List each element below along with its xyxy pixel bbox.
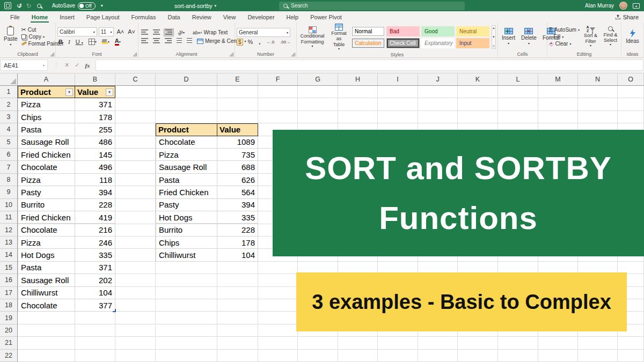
delete-cells-button[interactable]: Delete▾ (519, 27, 539, 46)
cell-style-normal[interactable]: Normal (352, 26, 385, 36)
value-cell[interactable]: 371 (75, 98, 115, 110)
row-header-7[interactable]: 7 (0, 161, 17, 173)
column-header-f[interactable]: F (258, 73, 298, 85)
value-cell[interactable]: 335 (217, 211, 258, 224)
increase-font-button[interactable]: A˄ (115, 28, 125, 35)
underline-button[interactable]: U ▾ (75, 39, 84, 45)
row-header-5[interactable]: 5 (0, 136, 17, 149)
row-header-18[interactable]: 18 (0, 299, 17, 312)
paste-button[interactable]: Paste ▾ (2, 26, 20, 47)
product-cell[interactable]: Pizza (18, 237, 75, 249)
value-cell[interactable]: 228 (75, 199, 115, 211)
product-cell[interactable]: Fried Chicken (156, 186, 217, 198)
enter-formula-icon[interactable]: ✓ (75, 62, 79, 69)
product-cell[interactable]: Pasty (18, 186, 75, 198)
column-header-k[interactable]: K (458, 73, 498, 85)
column-header-b[interactable]: B (75, 73, 115, 85)
customize-qat-icon[interactable]: ▾ (101, 4, 103, 8)
row-header-15[interactable]: 15 (0, 262, 17, 274)
product-cell[interactable]: Pasta (156, 174, 217, 186)
value-cell[interactable]: 104 (75, 287, 115, 299)
number-format-combo[interactable]: General▾ (237, 28, 290, 37)
product-cell[interactable]: Chocolate (18, 224, 75, 236)
fill-color-button[interactable]: ▾ (101, 39, 111, 45)
cell-style-neutral[interactable]: Neutral (456, 26, 489, 36)
comma-style-button[interactable]: , (258, 39, 261, 45)
row-header-22[interactable]: 22 (0, 350, 17, 362)
product-cell[interactable]: Chips (156, 237, 217, 249)
align-top-button[interactable] (140, 29, 149, 36)
row-header-17[interactable]: 17 (0, 287, 17, 299)
product-cell[interactable]: Fried Chicken (18, 211, 75, 224)
product-cell[interactable]: Chilliwurst (156, 249, 217, 261)
autosave-toggle[interactable]: AutoSave Off (52, 2, 96, 10)
value-cell[interactable]: 486 (75, 136, 115, 149)
autosum-button[interactable]: ΣAutoSum▾ (549, 27, 580, 33)
row-header-12[interactable]: 12 (0, 224, 17, 236)
font-color-button[interactable]: A▾ (114, 38, 122, 46)
column-header-n[interactable]: N (578, 73, 618, 85)
gallery-more-icon[interactable]: ≡ (493, 45, 495, 48)
value-cell[interactable]: 104 (217, 249, 258, 261)
ribbon-display-options-icon[interactable]: ▴ (633, 3, 640, 9)
column-header-l[interactable]: L (498, 73, 538, 85)
font-size-combo[interactable]: 11▾ (99, 27, 114, 36)
tab-review[interactable]: Review (186, 11, 217, 23)
product-cell[interactable]: Chocolate (18, 299, 75, 312)
product-cell[interactable]: Pizza (18, 174, 75, 186)
fill-button[interactable]: ↓Fill▾ (549, 34, 580, 40)
avatar[interactable] (619, 2, 627, 10)
product-cell[interactable]: Pizza (156, 149, 217, 161)
cell-style-good[interactable]: Good (421, 26, 455, 36)
value-cell[interactable]: 228 (217, 224, 258, 236)
column-header-m[interactable]: M (538, 73, 578, 85)
formula-input[interactable] (96, 60, 643, 71)
table-resize-handle[interactable] (113, 309, 116, 312)
tab-power-pivot[interactable]: Power Pivot (304, 11, 348, 23)
value-cell[interactable]: 178 (75, 111, 115, 123)
product-cell[interactable]: Hot Dogs (18, 249, 75, 261)
select-all-corner[interactable] (0, 73, 18, 85)
row-header-9[interactable]: 9 (0, 186, 17, 198)
product-cell[interactable]: Chilliwurst (18, 287, 75, 299)
row-header-6[interactable]: 6 (0, 149, 17, 161)
row-header-20[interactable]: 20 (0, 324, 17, 337)
row-header-19[interactable]: 19 (0, 312, 17, 324)
tab-data[interactable]: Data (162, 11, 186, 23)
sheet-content[interactable]: Product ▾ Value ▾ Pizza371Chips178Pasta2… (18, 86, 644, 362)
sort-filter-button[interactable]: AZ Sort & Filter ▾ (583, 25, 598, 48)
value-cell[interactable]: 202 (75, 274, 115, 286)
product-cell[interactable]: Fried Chicken (18, 149, 75, 161)
increase-indent-button[interactable] (186, 38, 193, 45)
row-header-10[interactable]: 10 (0, 199, 17, 211)
borders-button[interactable]: ▾ (87, 38, 98, 46)
autosave-pill[interactable]: Off (78, 2, 96, 10)
cancel-formula-icon[interactable]: ✕ (64, 62, 69, 69)
row-header-21[interactable]: 21 (0, 337, 17, 349)
product-cell[interactable]: Chocolate (18, 161, 75, 173)
wrap-text-button[interactable]: ab↩Wrap Text (193, 29, 228, 35)
accounting-format-button[interactable]: $ (237, 39, 243, 46)
product-cell[interactable]: Burrito (18, 199, 75, 211)
value-cell[interactable]: 419 (75, 211, 115, 224)
undo-button[interactable]: ↺▾ (17, 3, 21, 9)
product-cell[interactable]: Pasty (156, 199, 217, 211)
column-header-g[interactable]: G (298, 73, 338, 85)
value-cell[interactable]: 394 (75, 186, 115, 198)
value-cell[interactable]: 394 (217, 199, 258, 211)
row-header-14[interactable]: 14 (0, 249, 17, 261)
search-input[interactable]: Search (279, 2, 465, 10)
gallery-down-icon[interactable]: ▼ (492, 35, 495, 39)
align-right-button[interactable] (164, 38, 173, 45)
product-cell[interactable]: Hot Dogs (156, 211, 217, 224)
document-title[interactable]: sort-and-sortby ▾ (174, 0, 216, 11)
tab-home[interactable]: Home (26, 11, 54, 23)
cell-style-bad[interactable]: Bad (386, 26, 420, 36)
quick-search-icon[interactable] (37, 4, 41, 8)
value-cell[interactable]: 246 (75, 237, 115, 249)
save-icon[interactable] (4, 2, 11, 9)
value-cell[interactable]: 626 (217, 174, 258, 186)
cell-style-check-cell[interactable]: Check Cell (386, 38, 420, 48)
ideas-button[interactable]: Ideas (624, 28, 641, 45)
cell-style-input[interactable]: Input (456, 38, 489, 48)
